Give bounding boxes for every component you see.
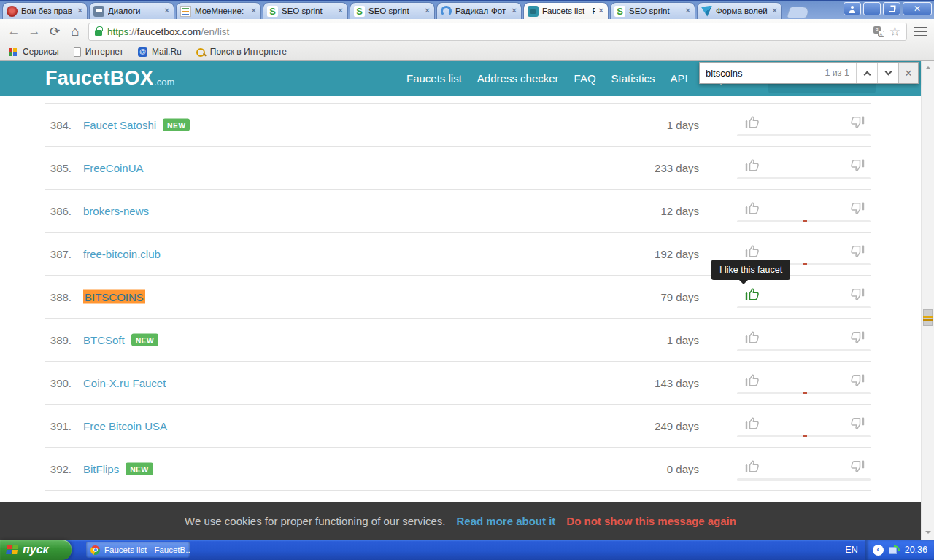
days-label: 0 days bbox=[667, 463, 699, 475]
faucet-link[interactable]: FreeCoinUA bbox=[83, 162, 144, 174]
thumbs-up-icon[interactable] bbox=[744, 415, 761, 432]
browser-tab[interactable]: SEO sprint ✕ bbox=[610, 2, 695, 19]
minimize-button[interactable]: — bbox=[863, 2, 881, 15]
tab-close-icon[interactable]: ✕ bbox=[164, 7, 170, 15]
site-logo[interactable]: FaucetBOX .com bbox=[45, 61, 174, 96]
forward-icon[interactable]: → bbox=[27, 24, 42, 39]
faucet-link[interactable]: Faucet Satoshi bbox=[83, 119, 156, 131]
thumbs-down-icon[interactable] bbox=[849, 157, 866, 174]
thumbs-down-icon[interactable] bbox=[849, 329, 866, 346]
thumbs-up-icon[interactable] bbox=[744, 114, 761, 131]
url-scheme: https bbox=[107, 26, 128, 37]
faucet-link[interactable]: Free Bitcoin USA bbox=[83, 420, 167, 432]
language-indicator[interactable]: EN bbox=[838, 545, 865, 555]
new-tab-button[interactable] bbox=[786, 7, 810, 18]
start-button[interactable]: пуск bbox=[0, 540, 72, 560]
browser-tab[interactable]: SEO sprint ✕ bbox=[263, 2, 348, 19]
bookmark-label: Mail.Ru bbox=[152, 47, 182, 57]
faucet-link[interactable]: Coin-X.ru Faucet bbox=[83, 377, 166, 389]
rating-tick bbox=[803, 435, 807, 438]
thumbs-down-icon[interactable] bbox=[849, 286, 866, 303]
tab-close-icon[interactable]: ✕ bbox=[512, 7, 517, 15]
site-nav-item[interactable]: FAQ bbox=[574, 72, 596, 85]
tab-favicon-icon bbox=[701, 6, 712, 17]
scroll-up-icon[interactable] bbox=[922, 61, 934, 72]
tab-close-icon[interactable]: ✕ bbox=[772, 7, 778, 15]
clock[interactable]: 20:36 bbox=[905, 545, 927, 555]
site-nav-item[interactable]: Address checker bbox=[477, 72, 559, 85]
tab-close-icon[interactable]: ✕ bbox=[77, 7, 83, 15]
thumbs-up-icon[interactable] bbox=[744, 157, 761, 174]
table-row: 384. Faucet Satoshi NEW 1 days bbox=[45, 104, 871, 147]
thumbs-down-icon[interactable] bbox=[849, 372, 866, 389]
menu-icon[interactable] bbox=[914, 27, 927, 36]
thumbs-up-icon[interactable] bbox=[744, 372, 761, 389]
thumbs-down-icon[interactable] bbox=[849, 114, 866, 131]
cookie-dismiss-link[interactable]: Do not show this message again bbox=[566, 515, 736, 527]
site-nav-item[interactable]: API bbox=[671, 72, 688, 85]
thumbs-up-icon[interactable] bbox=[744, 329, 761, 346]
find-close-button[interactable]: ✕ bbox=[898, 63, 918, 83]
home-icon[interactable]: ⌂ bbox=[68, 24, 82, 39]
thumbs-down-icon[interactable] bbox=[849, 415, 866, 432]
thumbs-up-icon[interactable] bbox=[744, 243, 761, 260]
rating-bar bbox=[737, 435, 871, 438]
rating-bar bbox=[737, 306, 871, 308]
cookie-bar: We use cookies for proper functioning of… bbox=[0, 502, 921, 540]
bookmark-item[interactable]: Поиск в Интернете bbox=[196, 47, 287, 57]
browser-tab[interactable]: SEO sprint ✕ bbox=[350, 2, 435, 19]
rating-tick bbox=[803, 263, 807, 265]
browser-tab[interactable]: Форма волей ✕ bbox=[697, 2, 782, 19]
taskbar-task-button[interactable]: Faucets list - FaucetB... bbox=[86, 542, 190, 558]
tab-favicon-icon bbox=[7, 6, 18, 17]
faucet-link[interactable]: free-bitcoin.club bbox=[83, 248, 161, 260]
cookie-read-more-link[interactable]: Read more about it bbox=[457, 515, 556, 527]
translate-icon[interactable]: я A bbox=[873, 26, 884, 37]
page-scrollbar[interactable] bbox=[921, 61, 934, 540]
tab-title: Faucets list - F bbox=[542, 7, 595, 15]
thumbs-down-icon[interactable] bbox=[849, 200, 866, 217]
browser-tab[interactable]: Диалоги ✕ bbox=[89, 2, 174, 19]
reload-icon[interactable]: ⟳ bbox=[47, 24, 62, 39]
profile-button[interactable] bbox=[844, 2, 861, 15]
faucet-link[interactable]: BitFlips bbox=[83, 463, 119, 475]
browser-tab[interactable]: Faucets list - F ✕ bbox=[523, 2, 609, 19]
restore-button[interactable] bbox=[883, 2, 900, 15]
scrollbar-thumb[interactable] bbox=[923, 309, 933, 326]
address-bar[interactable]: https://faucetbox.com/en/list я A ☆ bbox=[88, 23, 907, 41]
browser-tab[interactable]: Радикал-Фот ✕ bbox=[436, 2, 522, 19]
thumbs-up-icon[interactable] bbox=[744, 458, 761, 475]
bookmark-star-icon[interactable]: ☆ bbox=[889, 26, 900, 38]
tab-close-icon[interactable]: ✕ bbox=[338, 7, 344, 15]
start-label: пуск bbox=[23, 543, 49, 556]
bookmark-item[interactable]: Интернет bbox=[74, 47, 123, 57]
faucet-link[interactable]: brokers-news bbox=[83, 205, 149, 217]
find-input[interactable]: bitscoins bbox=[700, 63, 825, 83]
tab-close-icon[interactable]: ✕ bbox=[685, 7, 691, 15]
close-button[interactable]: ✕ bbox=[903, 2, 932, 15]
bookmark-item[interactable]: Mail.Ru bbox=[138, 47, 182, 57]
bookmark-label: Сервисы bbox=[23, 47, 59, 57]
site-nav-item[interactable]: Faucets list bbox=[406, 72, 462, 85]
faucet-link[interactable]: BTCSoft bbox=[83, 334, 125, 346]
thumbs-down-icon[interactable] bbox=[849, 243, 866, 260]
tab-close-icon[interactable]: ✕ bbox=[598, 7, 604, 15]
days-label: 1 days bbox=[667, 119, 699, 131]
network-icon[interactable] bbox=[889, 545, 900, 555]
find-next-button[interactable] bbox=[877, 63, 898, 83]
back-icon[interactable]: ← bbox=[7, 24, 21, 39]
thumbs-down-icon[interactable] bbox=[849, 458, 866, 475]
faucet-link[interactable]: BITSCOINS bbox=[83, 290, 145, 304]
bookmark-item[interactable]: Сервисы bbox=[9, 47, 59, 57]
restore-icon bbox=[889, 7, 895, 12]
tray-expand-icon[interactable]: ‹ bbox=[873, 545, 884, 556]
site-nav-item[interactable]: Statistics bbox=[611, 72, 655, 85]
tab-close-icon[interactable]: ✕ bbox=[251, 7, 257, 15]
find-previous-button[interactable] bbox=[856, 63, 877, 83]
browser-tab[interactable]: МоеМнение: ✕ bbox=[176, 2, 261, 19]
tab-close-icon[interactable]: ✕ bbox=[425, 7, 431, 15]
thumbs-up-icon[interactable] bbox=[744, 200, 761, 217]
browser-tab[interactable]: Бои без прав ✕ bbox=[2, 2, 88, 19]
taskbar: пуск Faucets list - FaucetB... EN ‹ 20:3… bbox=[0, 540, 934, 560]
scroll-down-icon[interactable] bbox=[922, 528, 934, 540]
